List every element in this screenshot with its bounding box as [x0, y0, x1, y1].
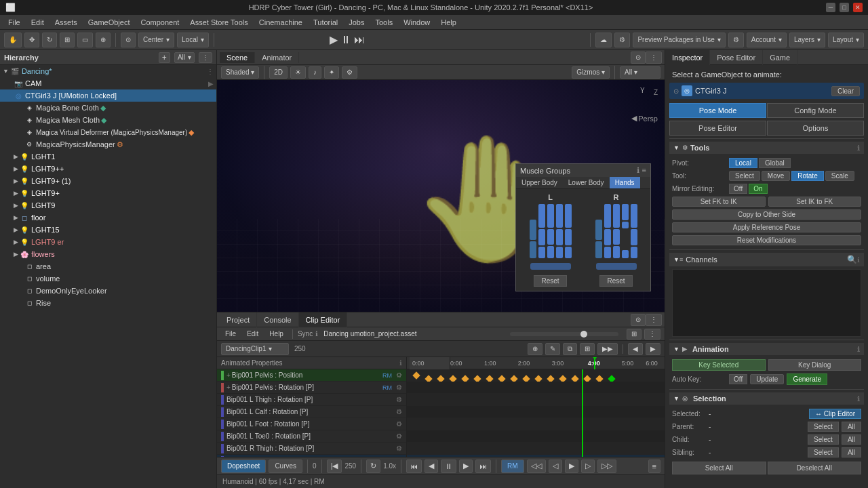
pose-mode-btn[interactable]: Pose Mode — [669, 103, 766, 118]
clip-name-dropdown[interactable]: DancingClip1 ▾ — [221, 343, 289, 355]
clip-help-menu[interactable]: Help — [265, 329, 288, 338]
pinky-slider2-r[interactable] — [631, 229, 637, 245]
rotate-tool-btn2[interactable]: Rotate — [791, 171, 823, 181]
light-btn[interactable]: ☀ — [290, 66, 306, 79]
clip-tool4[interactable]: ⊞ — [580, 343, 595, 355]
reset-left-hand-btn[interactable]: Reset — [534, 275, 566, 287]
clip-settings-btn[interactable]: ⋮ — [644, 329, 660, 340]
hierarchy-add-btn[interactable]: + — [159, 52, 170, 63]
set-fk-to-ik-btn[interactable]: Set FK to IK — [672, 197, 766, 207]
minimize-btn[interactable]: ─ — [826, 3, 835, 12]
prev-key2-btn[interactable]: ◁◁ — [527, 460, 546, 473]
anim-info-btn[interactable]: ℹ — [857, 346, 860, 353]
update-btn[interactable]: Update — [750, 374, 784, 384]
next-frame2-btn[interactable]: ▷ — [581, 460, 595, 473]
hier-item-lght9er[interactable]: ▶ 💡 LGHT9 er — [0, 236, 216, 248]
hier-item-floor[interactable]: ▶ ◻ floor — [0, 211, 216, 224]
curves-tab-btn[interactable]: Curves — [269, 460, 302, 473]
thumb-slider-r[interactable] — [595, 220, 602, 240]
autokey-off-btn[interactable]: Off — [729, 374, 747, 384]
generate-btn[interactable]: Generate — [787, 373, 827, 385]
prop-row-pelvis-pos[interactable]: + Bip001 Pelvis : Position RM ⚙ — [217, 369, 406, 382]
game-tab[interactable]: Game — [763, 50, 797, 65]
clip-editor-tab[interactable]: Clip Editor — [299, 312, 348, 327]
clip-info-btn[interactable]: ℹ — [315, 330, 318, 338]
clip-file-menu[interactable]: File — [221, 329, 240, 338]
menu-edit[interactable]: Edit — [26, 17, 50, 28]
index-slider2-l[interactable] — [538, 229, 545, 245]
scale-tool-btn[interactable]: ⊞ — [60, 33, 75, 47]
layout-dropdown[interactable]: Layout ▾ — [828, 33, 864, 47]
play-back-btn[interactable]: ▶ — [565, 460, 578, 473]
prop-row-lthigh[interactable]: Bip001 L Thigh : Rotation [P] ⚙ — [217, 394, 406, 406]
scrubber-thumb[interactable] — [580, 331, 587, 338]
next-key-btn[interactable]: ⏭ — [475, 460, 491, 473]
menu-tools[interactable]: Tools — [370, 17, 398, 28]
hier-item-lght1[interactable]: ▶ 💡 LGHT1 — [0, 150, 216, 163]
ring-slider3-l[interactable] — [556, 247, 563, 258]
step-btn[interactable]: ⏭ — [354, 34, 365, 46]
2d-btn[interactable]: 2D — [269, 66, 288, 79]
pinky-slider-l[interactable] — [565, 204, 572, 228]
rm-mode-btn[interactable]: RM — [501, 460, 524, 473]
hier-more-btn[interactable]: ⋮ — [207, 68, 214, 75]
hier-item-lght9pp[interactable]: ▶ 💡 LGHT9++ — [0, 163, 216, 175]
muscle-info-btn[interactable]: ℹ — [637, 166, 639, 175]
pinky-slider-r[interactable] — [631, 204, 637, 228]
scene-view[interactable]: 🤚 Y Z ◀ Persp — [217, 80, 665, 312]
menu-help[interactable]: Help — [435, 17, 462, 28]
kf-1-1[interactable] — [412, 371, 420, 379]
reset-right-hand-btn[interactable]: Reset — [599, 275, 632, 287]
hier-item-lght9p[interactable]: ▶ 💡 LGHT9+ — [0, 187, 216, 199]
audio-btn[interactable]: ♪ — [309, 66, 321, 79]
reset-mods-btn[interactable]: Reset Modifications — [672, 235, 861, 245]
index-slider2-r[interactable] — [604, 229, 611, 245]
select-tool-btn[interactable]: Select — [729, 171, 760, 181]
close-btn[interactable]: ✕ — [853, 3, 863, 12]
services-btn[interactable]: ⚙ — [728, 33, 744, 47]
pose-editor-tab[interactable]: Pose Editor — [710, 50, 763, 65]
prev-frame-btn[interactable]: ◀ — [425, 460, 438, 473]
mirror-on-btn[interactable]: On — [749, 184, 767, 194]
index-slider-l[interactable] — [538, 204, 545, 228]
sibling-select-btn[interactable]: Select — [808, 447, 839, 458]
prev-frame2-btn[interactable]: ◁ — [549, 460, 562, 473]
prop-row-lcalf[interactable]: Bip001 L Calf : Rotation [P] ⚙ — [217, 406, 406, 418]
hier-item-ctgirl[interactable]: ◎ CTGirl3 J [UMotion Locked] — [0, 89, 216, 102]
inspector-tab[interactable]: Inspector — [665, 50, 710, 65]
middle-slider-l[interactable] — [547, 204, 554, 228]
menu-file[interactable]: File — [3, 17, 26, 28]
tools-info-btn[interactable]: ℹ — [857, 144, 860, 152]
ring-slider-r[interactable] — [622, 204, 629, 220]
copy-other-side-btn[interactable]: Copy to Other Side — [672, 209, 861, 220]
clip-prev-key[interactable]: ◀ — [628, 343, 643, 355]
pose-editor-sub-btn[interactable]: Pose Editor — [669, 121, 766, 136]
scene-more-btn[interactable]: ⋮ — [646, 52, 662, 64]
maximize-btn[interactable]: □ — [840, 3, 849, 12]
shading-dropdown[interactable]: Shaded ▾ — [221, 66, 259, 79]
pause-btn[interactable]: ⏸ — [340, 34, 351, 46]
hier-item-lght9p1[interactable]: ▶ 💡 LGHT9+ (1) — [0, 175, 216, 187]
prop-settings-5[interactable]: ⚙ — [396, 420, 402, 428]
prop-row-rthigh[interactable]: Bip001 R Thigh : Rotation [P] ⚙ — [217, 443, 406, 455]
collab-btn[interactable]: ☁ — [595, 33, 612, 47]
pinky-slider3-r[interactable] — [631, 247, 637, 258]
middle-slider3-l[interactable] — [547, 246, 554, 258]
hands-tab[interactable]: Hands — [610, 177, 640, 188]
menu-tutorial[interactable]: Tutorial — [308, 17, 343, 28]
middle-slider2-l[interactable] — [547, 229, 554, 245]
deselect-all-btn[interactable]: Deselect All — [768, 462, 862, 474]
loop-btn[interactable]: ↻ — [366, 460, 380, 473]
prop-settings-3[interactable]: ⚙ — [396, 396, 402, 403]
middle-slider2-r[interactable] — [613, 229, 620, 245]
pinky-slider3-l[interactable] — [565, 247, 572, 258]
ring-slider3-r[interactable] — [622, 250, 629, 258]
parent-select-btn[interactable]: Select — [808, 422, 839, 432]
menu-asset-store-tools[interactable]: Asset Store Tools — [184, 17, 253, 28]
console-tab[interactable]: Console — [257, 312, 298, 327]
menu-gameobject[interactable]: GameObject — [83, 17, 136, 28]
packages-btn[interactable]: Preview Packages in Use ▾ — [633, 33, 725, 47]
child-select-btn[interactable]: Select — [808, 434, 839, 445]
move-tool-btn[interactable]: ✥ — [24, 33, 39, 47]
menu-assets[interactable]: Assets — [50, 17, 83, 28]
